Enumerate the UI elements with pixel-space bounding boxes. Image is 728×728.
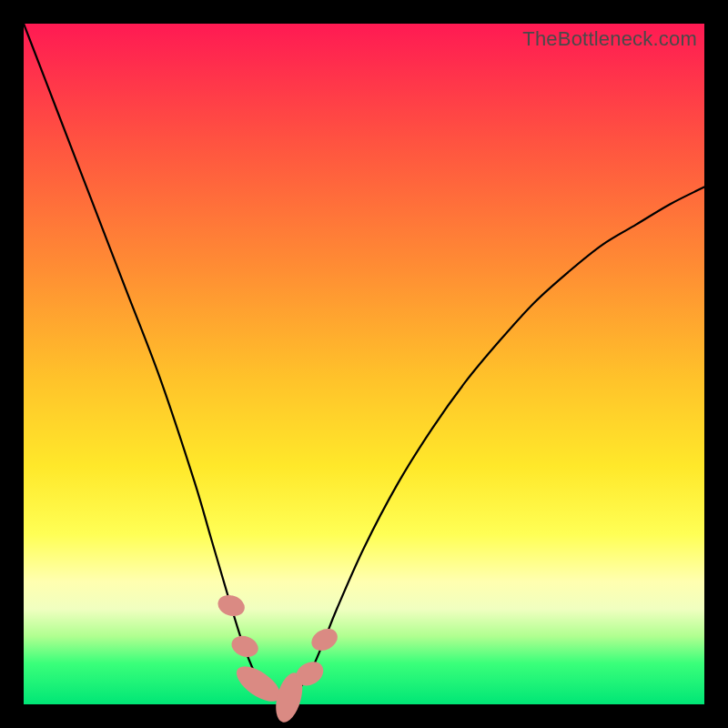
curve-marker (308, 624, 341, 655)
curve-marker (228, 632, 261, 661)
chart-frame: TheBottleneck.com (24, 24, 704, 704)
bottleneck-curve (24, 24, 704, 698)
bottleneck-curve-plot (24, 24, 704, 704)
marker-group (215, 592, 341, 724)
curve-marker (215, 592, 247, 619)
